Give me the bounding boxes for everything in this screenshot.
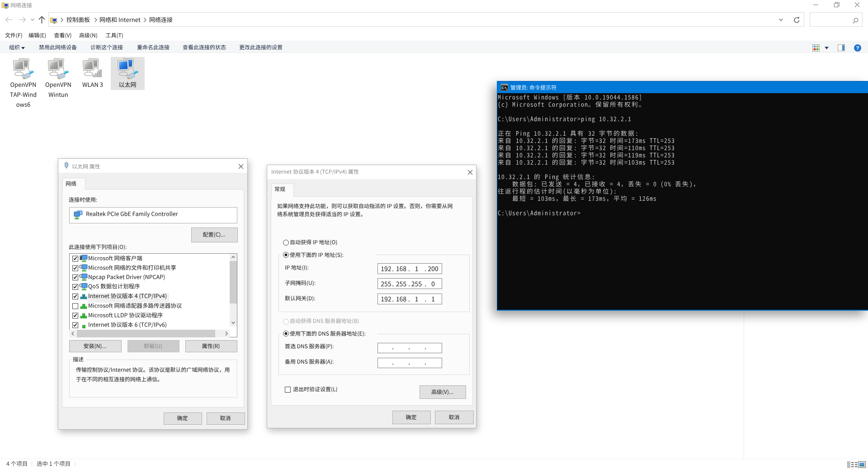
- svg-text:?: ?: [856, 45, 859, 51]
